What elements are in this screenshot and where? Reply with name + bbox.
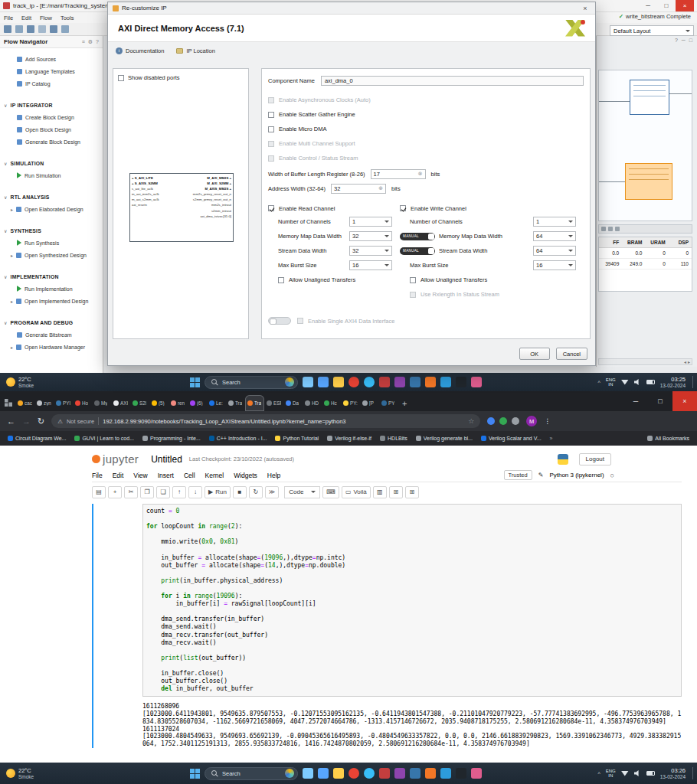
clock[interactable]: 03:2513-02-2024	[660, 376, 686, 388]
bookmark-python-tutorial[interactable]: Python Tutorial	[275, 436, 319, 441]
bookmark-c-introduction-i[interactable]: C++ Introduction - I...	[209, 436, 267, 441]
browser-tab-axi[interactable]: AXI	[111, 395, 130, 411]
flow-nav-item-open-hardware-manager[interactable]: ▸Open Hardware Manager	[0, 341, 103, 353]
bookmark-verilog-scalar-and-v[interactable]: Verilog Scalar and V...	[481, 436, 542, 441]
read-memory-map-data-width-select[interactable]: 32	[349, 231, 392, 241]
minimize-panel-icon[interactable]: ─	[682, 38, 686, 43]
buffer-length-input[interactable]: 17 ⊗	[371, 169, 426, 179]
show-desktop-strip[interactable]	[692, 767, 694, 779]
jupyter-menu-help[interactable]: Help	[267, 472, 280, 479]
taskbar-jupyter-icon[interactable]	[425, 768, 436, 779]
jupyter-menu-insert[interactable]: Insert	[158, 472, 174, 479]
profile-avatar[interactable]: M	[526, 416, 537, 426]
show-desktop-strip[interactable]	[692, 376, 694, 388]
weather-widget[interactable]: 22°CSmoke	[0, 767, 69, 779]
write-number-of-channels-select[interactable]: 1	[533, 217, 576, 227]
jupyter-menu-kernel[interactable]: Kernel	[205, 472, 224, 479]
taskbar-vivado-icon[interactable]	[379, 377, 390, 387]
browser-tab-ho[interactable]: Ho	[73, 395, 92, 411]
jupyter-menu-file[interactable]: File	[92, 472, 103, 479]
maximize-panel-icon[interactable]: □	[689, 38, 692, 43]
manual-toggle[interactable]: MANUAL	[400, 247, 435, 255]
browser-tab-tra[interactable]: Tra	[226, 395, 245, 411]
run-button[interactable]: ▶Run	[205, 486, 231, 498]
flow-nav-item-language-templates[interactable]: Language Templates	[0, 65, 103, 77]
browser-tab-pyi[interactable]: PYI	[54, 395, 73, 411]
forward-button[interactable]: →	[22, 417, 31, 426]
bookmark-verilog-generate-bl[interactable]: Verilog generate bl...	[416, 436, 473, 441]
browser-tab-p[interactable]: [P	[360, 395, 379, 411]
jupyter-logo[interactable]: jupyter	[92, 452, 139, 466]
allow-unaligned-read[interactable]: Allow Unaligned Transfers	[268, 273, 400, 287]
cancel-button[interactable]: Cancel	[556, 348, 587, 360]
taskbar-vitis-icon[interactable]	[394, 768, 405, 779]
documentation-button[interactable]: iDocumentation	[116, 47, 164, 54]
keyboard-icon[interactable]: ⌨	[322, 486, 339, 498]
wifi-icon[interactable]	[621, 380, 629, 385]
clock[interactable]: 03:2613-02-2024	[660, 767, 686, 779]
flow-nav-section-program-and-debug[interactable]: ∨PROGRAM AND DEBUG	[0, 317, 103, 328]
menu-flow[interactable]: Flow	[40, 15, 52, 21]
browser-tab-ren[interactable]: ren	[169, 395, 188, 411]
browser-tab-my[interactable]: My	[92, 395, 111, 411]
write-max-burst-size-select[interactable]: 16	[533, 260, 576, 270]
flow-nav-section-synthesis[interactable]: ∨SYNTHESIS	[0, 225, 103, 237]
bookmark-programming-inte[interactable]: Programming - Inte...	[142, 436, 201, 441]
browser-tab-6[interactable]: (6)	[188, 395, 207, 411]
browser-tab-zyn[interactable]: zyn	[34, 395, 54, 411]
browser-tab-da[interactable]: Da	[283, 395, 303, 411]
taskbar-mail-icon[interactable]	[471, 768, 482, 779]
taskbar-chrome-icon[interactable]	[348, 377, 359, 387]
save-notebook-button[interactable]: ▤	[92, 486, 106, 498]
minimize-button[interactable]: ─	[639, 0, 657, 11]
dialog-close-button[interactable]: ×	[580, 5, 591, 12]
taskbar-widgets-icon[interactable]	[318, 377, 329, 387]
maximize-button[interactable]: □	[648, 391, 672, 411]
ok-button[interactable]: OK	[519, 348, 550, 360]
taskbar-vscode-icon[interactable]	[440, 768, 451, 779]
flow-nav-item-open-implemented-design[interactable]: ▸Open Implemented Design	[0, 295, 103, 307]
taskbar-chrome-icon[interactable]	[348, 768, 359, 779]
start-button[interactable]	[190, 769, 200, 779]
bookmark-star-icon[interactable]: ☆	[468, 417, 474, 425]
reload-button[interactable]: ↻	[38, 417, 44, 426]
flow-nav-item-generate-block-design[interactable]: Generate Block Design	[0, 136, 103, 148]
taskbar-vitis-icon[interactable]	[394, 377, 405, 387]
taskbar-python-icon[interactable]	[410, 768, 420, 779]
jupyter-menu-edit[interactable]: Edit	[113, 472, 124, 479]
language-indicator[interactable]: ENGIN	[606, 769, 616, 779]
jupyter-menu-view[interactable]: View	[133, 472, 147, 479]
taskbar-terminal-icon[interactable]	[456, 377, 466, 387]
tab-search-icon[interactable]	[5, 399, 12, 407]
flow-nav-item-run-implementation[interactable]: Run Implementation	[0, 283, 103, 295]
close-button[interactable]: ×	[672, 391, 697, 411]
reset-icon[interactable]: ⊗	[378, 185, 383, 191]
toolbar-icon[interactable]	[50, 25, 57, 33]
volume-icon[interactable]	[634, 379, 641, 385]
move-cell-up-button[interactable]: ↑	[172, 486, 186, 498]
maximize-button[interactable]: □	[657, 0, 676, 11]
flow-nav-item-run-synthesis[interactable]: Run Synthesis	[0, 237, 103, 249]
browser-tab-le[interactable]: Le:	[207, 395, 226, 411]
taskbar-edge-icon[interactable]	[364, 768, 375, 779]
read-number-of-channels-select[interactable]: 1	[349, 217, 392, 227]
language-indicator[interactable]: ENGIN	[606, 377, 616, 387]
toolbar-icon[interactable]	[15, 25, 23, 33]
block-design-canvas[interactable]	[598, 70, 692, 221]
write-stream-data-width-select[interactable]: 64	[533, 246, 576, 256]
scroll-right-icon[interactable]: ▸	[688, 359, 690, 364]
toolbar-icon[interactable]	[27, 25, 34, 33]
browser-tab-esf[interactable]: ESF	[264, 395, 283, 411]
read-max-burst-size-select[interactable]: 16	[349, 260, 392, 270]
option-enable-scatter-gather-engine[interactable]: Enable Scatter Gather Engine	[268, 107, 584, 122]
start-button[interactable]	[190, 377, 200, 387]
search-box[interactable]: Search	[205, 376, 298, 389]
wifi-icon[interactable]	[621, 771, 629, 776]
reset-icon[interactable]: ⊗	[418, 171, 423, 177]
code-input-area[interactable]: count = 0 for loopCount in range(2): mmi…	[142, 504, 682, 697]
menu-tools[interactable]: Tools	[61, 15, 74, 21]
component-name-input[interactable]: axi_dma_0	[321, 76, 584, 86]
weather-widget[interactable]: 22°CSmoke	[0, 376, 69, 388]
table-view-icon[interactable]: ⊞	[405, 486, 419, 498]
browser-tab-tra[interactable]: Tra	[245, 395, 264, 411]
